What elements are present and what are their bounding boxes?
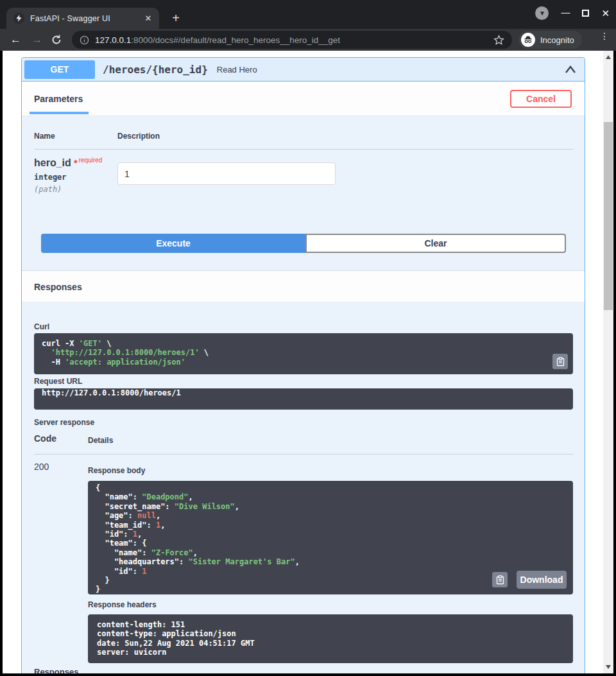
- bookmark-star-icon[interactable]: [493, 35, 504, 46]
- page-info-icon[interactable]: [80, 35, 89, 45]
- cancel-button[interactable]: Cancel: [510, 90, 572, 108]
- parameters-body: Name Description hero_id *required integ…: [22, 116, 585, 270]
- parameter-location: (path): [34, 185, 102, 194]
- table-divider: [34, 149, 573, 150]
- responses-body: Curl curl -X 'GET' \ 'http://127.0.0.1:8…: [22, 302, 585, 673]
- forward-button: →: [31, 33, 42, 46]
- curl-code: curl -X 'GET' \ 'http://127.0.0.1:8000/h…: [42, 339, 565, 367]
- new-tab-button[interactable]: +: [168, 11, 184, 26]
- maximize-button[interactable]: [582, 10, 589, 17]
- parameters-title: Parameters: [34, 94, 83, 104]
- minimize-button[interactable]: —: [561, 9, 570, 15]
- execute-row: Execute Clear: [41, 234, 566, 253]
- url-text[interactable]: 127.0.0.1:8000/docs#/default/read_hero_h…: [95, 35, 493, 45]
- parameter-type: integer: [34, 173, 102, 182]
- browser-update-icon[interactable]: ▼: [535, 6, 549, 20]
- browser-toolbar: ← → 127.0.0.1:8000/docs#/default/read_he…: [0, 29, 616, 51]
- documented-responses-title: Responses: [34, 667, 78, 673]
- collapse-chevron-icon[interactable]: [564, 64, 577, 75]
- copy-response-button[interactable]: [492, 572, 508, 587]
- tab-close-icon[interactable]: ✕: [142, 13, 154, 24]
- column-header-description: Description: [117, 132, 160, 141]
- download-button[interactable]: Download: [517, 571, 567, 589]
- required-label: required: [79, 157, 103, 164]
- code-table-divider: [34, 454, 573, 455]
- column-header-details: Details: [88, 436, 113, 445]
- column-header-name: Name: [34, 132, 55, 141]
- url-path: :8000/docs#/default/read_hero_heroes__he…: [131, 35, 340, 45]
- url-host: 127.0.0.1: [95, 35, 131, 45]
- browser-tabstrip: FastAPI - Swagger UI ✕ + ▼ — ✕: [0, 0, 616, 29]
- status-code: 200: [34, 462, 49, 472]
- required-star: *: [74, 158, 77, 168]
- browser-menu-icon[interactable]: ⋮: [599, 34, 610, 38]
- request-url-value: http://127.0.0.1:8000/heroes/1: [34, 388, 573, 410]
- window-controls: ▼ — ✕: [535, 6, 610, 20]
- scroll-down-icon[interactable]: [606, 665, 611, 669]
- curl-command: curl -X 'GET' \ 'http://127.0.0.1:8000/h…: [34, 333, 573, 374]
- parameters-header: Parameters Cancel: [22, 82, 585, 116]
- operation-header[interactable]: GET /heroes/{hero_id} Read Hero: [22, 58, 585, 82]
- server-response-label: Server response: [34, 418, 94, 427]
- response-body-block: { "name": "Deadpond", "secret_name": "Di…: [88, 481, 573, 594]
- operation-summary: Read Hero: [217, 65, 564, 74]
- operation-path: /heroes/{hero_id}: [103, 64, 208, 76]
- incognito-icon: [521, 33, 535, 47]
- response-headers-block: content-length: 151content-type: applica…: [88, 614, 573, 663]
- address-bar[interactable]: 127.0.0.1:8000/docs#/default/read_hero_h…: [72, 31, 512, 49]
- responses-title: Responses: [34, 282, 82, 292]
- execute-button[interactable]: Execute: [41, 234, 305, 253]
- response-body-label: Response body: [88, 466, 145, 475]
- method-badge: GET: [24, 60, 95, 79]
- scrollbar-thumb[interactable]: [604, 122, 613, 310]
- column-header-code: Code: [34, 433, 56, 444]
- responses-header: Responses: [22, 270, 585, 302]
- curl-label: Curl: [34, 322, 49, 331]
- swagger-page: GET /heroes/{hero_id} Read Hero Paramete…: [3, 51, 613, 673]
- tab-title: FastAPI - Swagger UI: [30, 14, 142, 23]
- page-scrollbar[interactable]: [603, 51, 613, 673]
- operation-block: GET /heroes/{hero_id} Read Hero Paramete…: [21, 57, 585, 673]
- request-url-label: Request URL: [34, 377, 82, 386]
- scroll-up-icon[interactable]: [606, 55, 611, 59]
- hero-id-input[interactable]: [117, 162, 336, 185]
- back-button[interactable]: ←: [10, 33, 21, 46]
- fastapi-favicon-icon: [13, 13, 24, 24]
- browser-tab[interactable]: FastAPI - Swagger UI ✕: [6, 8, 159, 29]
- response-headers-label: Response headers: [88, 600, 157, 609]
- reload-button[interactable]: [51, 35, 62, 45]
- parameter-info: hero_id *required integer (path): [34, 157, 102, 194]
- incognito-badge: Incognito: [518, 31, 582, 49]
- copy-curl-button[interactable]: [552, 354, 568, 369]
- parameter-name: hero_id: [34, 157, 71, 168]
- incognito-label: Incognito: [540, 35, 574, 45]
- clear-button[interactable]: Clear: [305, 234, 566, 253]
- active-tab-underline: [30, 112, 89, 114]
- close-window-button[interactable]: ✕: [601, 8, 610, 19]
